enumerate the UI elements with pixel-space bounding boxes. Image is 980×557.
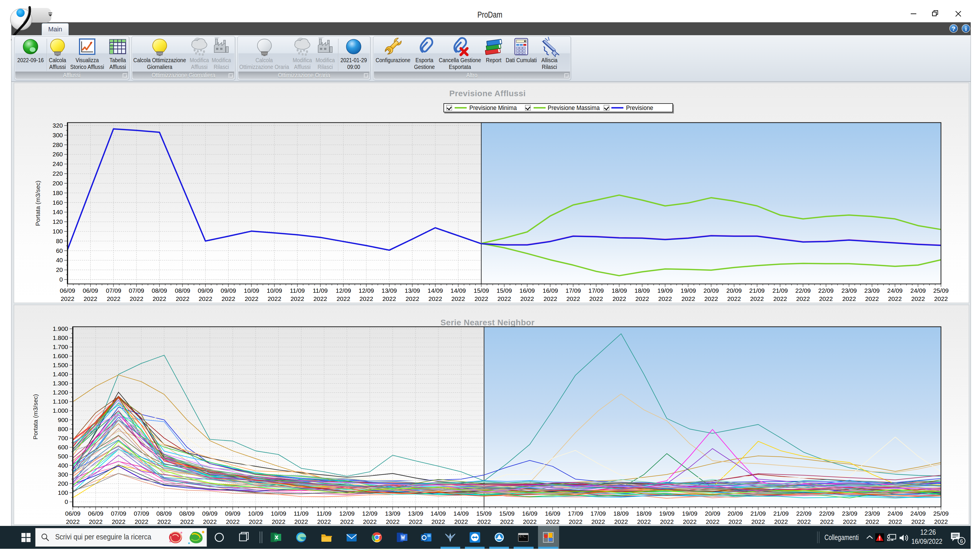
svg-text:2022: 2022 bbox=[317, 518, 331, 525]
svg-text:08/09: 08/09 bbox=[175, 287, 191, 294]
svg-text:2022: 2022 bbox=[797, 518, 811, 525]
svg-text:280: 280 bbox=[52, 142, 63, 148]
svg-text:09/09: 09/09 bbox=[202, 510, 218, 517]
svg-text:2022: 2022 bbox=[406, 295, 420, 302]
svg-text:22/09: 22/09 bbox=[819, 510, 835, 517]
svg-text:6: 6 bbox=[960, 538, 963, 544]
svg-text:2022: 2022 bbox=[226, 518, 240, 525]
svg-text:2022: 2022 bbox=[84, 295, 98, 302]
svg-text:2022: 2022 bbox=[614, 518, 628, 525]
svg-text:2022: 2022 bbox=[382, 295, 396, 302]
svg-text:21/09: 21/09 bbox=[773, 510, 789, 517]
svg-text:16/09: 16/09 bbox=[545, 510, 560, 517]
svg-text:2022: 2022 bbox=[544, 295, 557, 302]
svg-text:2022: 2022 bbox=[222, 295, 235, 302]
svg-text:1.200: 1.200 bbox=[52, 389, 68, 396]
svg-text:06/09: 06/09 bbox=[60, 287, 75, 294]
svg-text:2022: 2022 bbox=[363, 518, 377, 525]
svg-text:2022: 2022 bbox=[773, 295, 787, 302]
svg-text:2022: 2022 bbox=[911, 295, 925, 302]
svg-text:2022: 2022 bbox=[590, 295, 603, 302]
svg-text:15/09: 15/09 bbox=[497, 287, 512, 294]
svg-text:23/09: 23/09 bbox=[864, 287, 880, 294]
svg-text:16/09: 16/09 bbox=[519, 287, 535, 294]
svg-text:60: 60 bbox=[56, 247, 63, 254]
svg-text:0: 0 bbox=[65, 498, 68, 505]
svg-text:19/09: 19/09 bbox=[657, 287, 673, 294]
svg-text:11/09: 11/09 bbox=[294, 510, 309, 517]
svg-text:2022: 2022 bbox=[751, 518, 765, 525]
svg-text:23/09: 23/09 bbox=[842, 510, 858, 517]
svg-text:16/09: 16/09 bbox=[543, 287, 558, 294]
svg-text:2022: 2022 bbox=[431, 518, 445, 525]
svg-text:2022: 2022 bbox=[820, 518, 834, 525]
svg-text:2022: 2022 bbox=[176, 295, 189, 302]
svg-text:500: 500 bbox=[58, 453, 68, 459]
svg-text:180: 180 bbox=[52, 189, 63, 196]
svg-text:06/09: 06/09 bbox=[83, 287, 98, 294]
svg-text:20/09: 20/09 bbox=[727, 287, 742, 294]
svg-text:16/09: 16/09 bbox=[522, 510, 538, 517]
svg-text:2022: 2022 bbox=[865, 295, 879, 302]
svg-text:2022: 2022 bbox=[591, 518, 605, 525]
svg-text:23/09: 23/09 bbox=[865, 510, 880, 517]
svg-text:1.900: 1.900 bbox=[52, 325, 68, 332]
svg-text:25/09: 25/09 bbox=[933, 510, 949, 517]
svg-text:2022: 2022 bbox=[245, 295, 258, 302]
svg-text:2022: 2022 bbox=[911, 518, 925, 525]
svg-text:120: 120 bbox=[52, 218, 63, 225]
svg-text:21/09: 21/09 bbox=[750, 510, 766, 517]
svg-text:23/09: 23/09 bbox=[841, 287, 857, 294]
svg-text:2022: 2022 bbox=[635, 295, 649, 302]
svg-text:2022: 2022 bbox=[112, 518, 126, 525]
svg-text:220: 220 bbox=[52, 170, 63, 177]
svg-text:2022: 2022 bbox=[750, 295, 764, 302]
svg-text:2022: 2022 bbox=[796, 295, 810, 302]
svg-text:14/09: 14/09 bbox=[428, 287, 443, 294]
svg-text:800: 800 bbox=[58, 426, 68, 432]
svg-text:19/09: 19/09 bbox=[681, 287, 696, 294]
svg-text:24/09: 24/09 bbox=[887, 287, 903, 294]
svg-text:08/09: 08/09 bbox=[152, 287, 167, 294]
svg-text:100: 100 bbox=[58, 489, 68, 496]
svg-text:2022: 2022 bbox=[428, 295, 442, 302]
svg-text:10/09: 10/09 bbox=[244, 287, 260, 294]
svg-text:2022: 2022 bbox=[681, 295, 695, 302]
svg-text:2022: 2022 bbox=[451, 295, 465, 302]
svg-text:2022: 2022 bbox=[704, 295, 718, 302]
svg-text:08/09: 08/09 bbox=[157, 510, 172, 517]
svg-text:24/09: 24/09 bbox=[910, 287, 926, 294]
svg-text:2022: 2022 bbox=[523, 518, 537, 525]
svg-text:18/09: 18/09 bbox=[613, 510, 629, 517]
svg-text:22/09: 22/09 bbox=[818, 287, 834, 294]
svg-text:07/09: 07/09 bbox=[134, 510, 149, 517]
svg-text:140: 140 bbox=[52, 208, 63, 215]
svg-text:14/09: 14/09 bbox=[451, 287, 466, 294]
svg-text:i: i bbox=[965, 26, 967, 32]
svg-text:2022: 2022 bbox=[842, 295, 856, 302]
svg-text:2022: 2022 bbox=[66, 518, 80, 525]
svg-text:1.800: 1.800 bbox=[52, 334, 68, 341]
svg-text:2022: 2022 bbox=[567, 295, 580, 302]
svg-text:15/09: 15/09 bbox=[474, 287, 489, 294]
svg-text:07/09: 07/09 bbox=[106, 287, 121, 294]
svg-text:700: 700 bbox=[58, 435, 68, 441]
svg-text:2022: 2022 bbox=[291, 295, 304, 302]
svg-text:1.000: 1.000 bbox=[52, 407, 68, 414]
svg-text:Portata (m3/sec): Portata (m3/sec) bbox=[32, 394, 39, 440]
svg-text:09/09: 09/09 bbox=[225, 510, 241, 517]
svg-text:07/09: 07/09 bbox=[111, 510, 126, 517]
svg-text:10/09: 10/09 bbox=[271, 510, 286, 517]
svg-text:2022: 2022 bbox=[934, 295, 948, 302]
svg-text:2022: 2022 bbox=[500, 518, 514, 525]
svg-text:06/09: 06/09 bbox=[65, 510, 81, 517]
svg-text:19/09: 19/09 bbox=[682, 510, 697, 517]
svg-text:17/09: 17/09 bbox=[591, 510, 606, 517]
svg-text:18/09: 18/09 bbox=[635, 287, 650, 294]
svg-text:2022: 2022 bbox=[61, 295, 75, 302]
svg-text:2022: 2022 bbox=[314, 295, 327, 302]
svg-text:11/09: 11/09 bbox=[313, 287, 328, 294]
svg-text:19/09: 19/09 bbox=[659, 510, 675, 517]
svg-text:18/09: 18/09 bbox=[636, 510, 652, 517]
svg-text:2022: 2022 bbox=[774, 518, 788, 525]
